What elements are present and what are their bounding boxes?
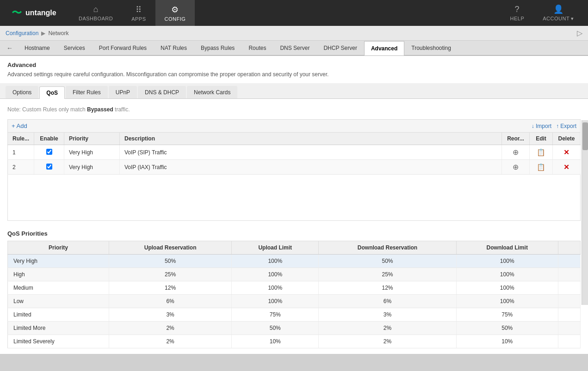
nav-dashboard[interactable]: ⌂ DASHBOARD: [69, 0, 122, 26]
scroll-thumb[interactable]: [582, 122, 588, 150]
tab-upnp[interactable]: UPnP: [109, 86, 137, 98]
tab-dhcp-server[interactable]: DHCP Server: [316, 41, 364, 55]
cell-priority: Very High: [64, 145, 120, 160]
nav-apps[interactable]: ⠿ APPS: [122, 0, 155, 26]
enable-checkbox[interactable]: [46, 149, 52, 155]
main-content: Advanced Advanced settings require caref…: [0, 56, 588, 354]
export-button[interactable]: ↑ Export: [556, 123, 576, 129]
qos-col-upload-lim: Upload Limit: [232, 241, 319, 255]
nav-help[interactable]: ? HELP: [501, 0, 534, 26]
tab-options[interactable]: Options: [6, 86, 38, 98]
cell-description: VoIP (IAX) Traffic: [120, 160, 502, 175]
cell-enable[interactable]: [34, 160, 64, 175]
qos-download-res: 6%: [319, 295, 456, 308]
config-icon: ⚙: [171, 5, 179, 15]
nav-dashboard-label: DASHBOARD: [79, 16, 113, 21]
qos-priority-label: Low: [8, 295, 109, 308]
breadcrumb: Configuration ▶ Network ▷: [0, 26, 588, 41]
delete-icon[interactable]: ✕: [563, 163, 569, 171]
qos-download-lim: 50%: [456, 322, 558, 335]
tab-advanced[interactable]: Advanced: [364, 41, 404, 55]
cell-delete[interactable]: ✕: [553, 160, 581, 175]
tab-services[interactable]: Services: [57, 41, 92, 55]
qos-table-row: Limited 3% 75% 3% 75%: [8, 308, 581, 322]
cell-delete[interactable]: ✕: [553, 145, 581, 160]
delete-icon[interactable]: ✕: [563, 148, 569, 156]
sub-tab-bar: Options QoS Filter Rules UPnP DNS & DHCP…: [0, 83, 588, 99]
qos-download-lim: 100%: [456, 268, 558, 281]
add-button[interactable]: + Add: [12, 122, 27, 129]
col-header-delete: Delete: [553, 133, 581, 145]
qos-upload-lim: 100%: [232, 255, 319, 268]
top-tab-bar: ← Hostname Services Port Forward Rules N…: [0, 41, 588, 56]
qos-download-lim: 10%: [456, 335, 558, 348]
qos-upload-res: 12%: [109, 281, 232, 295]
qos-col-upload-res: Upload Reservation: [109, 241, 232, 255]
cell-rule-num: 1: [8, 145, 34, 160]
edit-icon[interactable]: 📋: [537, 148, 545, 156]
nav-config[interactable]: ⚙ CONFIG: [155, 0, 195, 26]
tab-dns-dhcp[interactable]: DNS & DHCP: [138, 86, 186, 98]
qos-col-priority: Priority: [8, 241, 109, 255]
nav-right: ? HELP 👤 ACCOUNT ▾: [501, 0, 584, 26]
qos-col-download-res: Download Reservation: [319, 241, 456, 255]
reorder-icon[interactable]: ⊕: [513, 163, 519, 171]
cell-edit[interactable]: 📋: [530, 145, 553, 160]
qos-download-res: 2%: [319, 322, 456, 335]
qos-table-row: High 25% 100% 25% 100%: [8, 268, 581, 281]
breadcrumb-expand-icon[interactable]: ▷: [577, 29, 582, 37]
tab-network-cards[interactable]: Network Cards: [187, 86, 237, 98]
cell-edit[interactable]: 📋: [530, 160, 553, 175]
reorder-icon[interactable]: ⊕: [513, 148, 519, 156]
logo-text: untangle: [25, 9, 56, 17]
qos-upload-lim: 10%: [232, 335, 319, 348]
section-title: Advanced: [0, 56, 588, 70]
qos-content-panel: Note: Custom Rules only match Bypassed t…: [0, 99, 588, 354]
import-button[interactable]: ↓ Import: [532, 123, 551, 129]
cell-rule-num: 2: [8, 160, 34, 175]
qos-row-actions: [558, 308, 580, 322]
qos-priorities-title: QoS Priorities: [7, 230, 581, 237]
qos-download-res: 3%: [319, 308, 456, 322]
qos-table-row: Medium 12% 100% 12% 100%: [8, 281, 581, 295]
tab-dns-server[interactable]: DNS Server: [273, 41, 316, 55]
edit-icon[interactable]: 📋: [537, 163, 545, 171]
tab-hostname[interactable]: Hostname: [18, 41, 57, 55]
note-bold: Bypassed: [87, 106, 113, 113]
col-header-edit: Edit: [530, 133, 553, 145]
cell-reorder[interactable]: ⊕: [502, 145, 530, 160]
qos-row-actions: [558, 335, 580, 348]
qos-row-actions: [558, 295, 580, 308]
tab-bypass-rules[interactable]: Bypass Rules: [194, 41, 241, 55]
cell-enable[interactable]: [34, 145, 64, 160]
tab-port-forward-rules[interactable]: Port Forward Rules: [92, 41, 154, 55]
tab-back-button[interactable]: ←: [2, 42, 18, 55]
qos-priority-label: Medium: [8, 281, 109, 295]
qos-download-lim: 100%: [456, 281, 558, 295]
tab-nat-rules[interactable]: NAT Rules: [154, 41, 194, 55]
qos-priority-label: Very High: [8, 255, 109, 268]
scrollbar[interactable]: [582, 120, 588, 305]
enable-checkbox[interactable]: [46, 164, 52, 170]
nav-help-label: HELP: [510, 16, 525, 21]
qos-priorities-table: Priority Upload Reservation Upload Limit…: [7, 241, 581, 348]
tab-troubleshooting[interactable]: Troubleshooting: [404, 41, 458, 55]
qos-download-res: 2%: [319, 335, 456, 348]
logo-wave-icon: 〜: [12, 8, 22, 18]
qos-priorities-section: QoS Priorities Priority Upload Reservati…: [7, 230, 581, 348]
tab-filter-rules[interactable]: Filter Rules: [66, 86, 108, 98]
table-toolbar: + Add ↓ Import ↑ Export: [7, 119, 581, 132]
nav-apps-label: APPS: [131, 16, 146, 22]
cell-priority: Very High: [64, 160, 120, 175]
section-description: Advanced settings require careful config…: [0, 70, 588, 83]
cell-reorder[interactable]: ⊕: [502, 160, 530, 175]
col-header-reorder: Reor...: [502, 133, 530, 145]
breadcrumb-link[interactable]: Configuration: [6, 30, 38, 36]
table-empty-area: [7, 175, 581, 221]
qos-download-res: 12%: [319, 281, 456, 295]
nav-account[interactable]: 👤 ACCOUNT ▾: [533, 0, 583, 26]
qos-upload-lim: 50%: [232, 322, 319, 335]
qos-upload-lim: 100%: [232, 281, 319, 295]
tab-qos[interactable]: QoS: [39, 86, 65, 99]
tab-routes[interactable]: Routes: [241, 41, 273, 55]
